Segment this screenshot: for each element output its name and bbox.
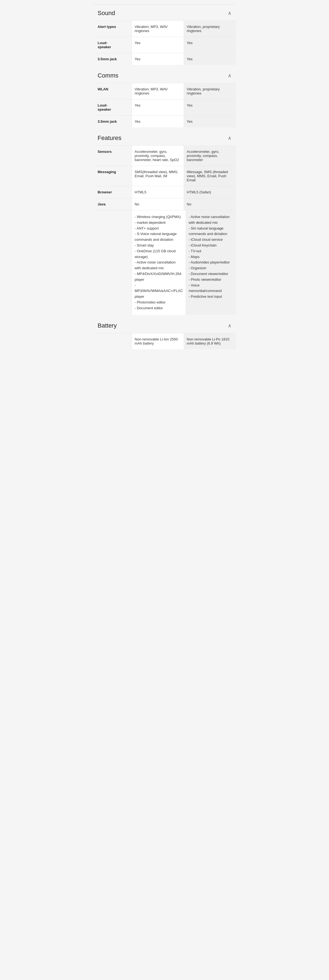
empty-label [93,210,132,315]
section-divider [93,315,236,317]
section-header-sound[interactable]: Sound∧ [93,5,236,21]
section-title-features: Features [97,134,121,142]
row-val1: Vibration; MP3, WAV ringtones [132,21,184,37]
section-title-comms: Comms [97,72,118,79]
row-val1: No [132,198,184,210]
row-val2: iMessage, SMS (threaded view), MMS, Emai… [184,166,236,186]
row-val1: HTML5 [132,186,184,198]
row-val2: Yes [184,99,236,115]
row-label: Loud-speaker [93,37,132,53]
row-val2: Accelerometer, gyro, proximity, compass,… [184,146,236,166]
section-header-battery[interactable]: Battery∧ [93,317,236,333]
section-header-comms[interactable]: Comms∧ [93,67,236,83]
section-comms: Comms∧WLANVibration; MP3, WAV ringtonesV… [93,67,236,127]
table-row: MessagingSMS(threaded view), MMS, Email,… [93,166,236,186]
row-val1: Yes [132,53,184,65]
row-label: Java [93,198,132,210]
row-val1: Vibration; MP3, WAV ringtones [132,83,184,99]
section-title-sound: Sound [97,10,115,17]
table-row: SensorsAccelerometer, gyro, proximity, c… [93,145,236,166]
row-val2: No [184,198,236,210]
row-label: Loud-speaker [93,99,132,115]
section-header-features[interactable]: Features∧ [93,130,236,145]
chevron-icon-sound: ∧ [228,10,232,16]
row-val1: Non-removable Li-Ion 2550 mAh battery [132,333,184,349]
table-row: Loud-speakerYesYes [93,37,236,53]
section-battery: Battery∧Non-removable Li-Ion 2550 mAh ba… [93,317,236,349]
extra-val2: - Active noise cancellation with dedicat… [185,210,236,315]
chevron-icon-battery: ∧ [228,323,232,329]
chevron-icon-features: ∧ [228,135,232,141]
row-val1: Yes [132,99,184,115]
row-label: Alert types [93,21,132,37]
row-val1: Accelerometer, gyro, proximity, compass,… [132,146,184,166]
row-label: Browser [93,186,132,198]
row-label: Messaging [93,166,132,186]
section-features: Features∧SensorsAccelerometer, gyro, pro… [93,130,236,315]
row-label [93,333,132,349]
row-val2: Vibration, proprietary ringtones [184,21,236,37]
table-row: 3.5mm jackYesYes [93,53,236,65]
row-val1: SMS(threaded view), MMS, Email, Push Mai… [132,166,184,186]
features-extra-row: - Wireless charging (Qi/PMA) - market de… [93,210,236,315]
row-val2: Yes [184,37,236,53]
row-val1: Yes [132,37,184,53]
section-content-battery: Non-removable Li-Ion 2550 mAh batteryNon… [93,333,236,349]
chevron-icon-comms: ∧ [228,73,232,79]
row-val1: Yes [132,116,184,127]
table-row: BrowserHTML5HTML5 (Safari) [93,186,236,198]
table-row: WLANVibration; MP3, WAV ringtonesVibrati… [93,83,236,99]
table-row: Non-removable Li-Ion 2550 mAh batteryNon… [93,333,236,349]
extra-val1: - Wireless charging (Qi/PMA) - market de… [132,210,185,315]
row-label: 3.5mm jack [93,116,132,127]
section-divider [93,65,236,67]
top-bar [93,0,236,5]
row-val2: Non-removable Li-Po 1810 mAh battery (6.… [184,333,236,349]
row-val2: Vibration, proprietary ringtones [184,83,236,99]
section-content-comms: WLANVibration; MP3, WAV ringtonesVibrati… [93,83,236,127]
row-val2: HTML5 (Safari) [184,186,236,198]
section-divider [93,127,236,130]
row-label: 3.5mm jack [93,53,132,65]
row-val2: Yes [184,53,236,65]
row-label: WLAN [93,83,132,99]
row-val2: Yes [184,116,236,127]
section-title-battery: Battery [97,322,117,329]
table-row: JavaNoNo [93,198,236,210]
section-content-sound: Alert typesVibration; MP3, WAV ringtones… [93,21,236,65]
table-row: Loud-speakerYesYes [93,99,236,115]
table-row: Alert typesVibration; MP3, WAV ringtones… [93,21,236,37]
section-content-features: SensorsAccelerometer, gyro, proximity, c… [93,145,236,315]
section-sound: Sound∧Alert typesVibration; MP3, WAV rin… [93,5,236,65]
row-label: Sensors [93,146,132,166]
table-row: 3.5mm jackYesYes [93,115,236,127]
